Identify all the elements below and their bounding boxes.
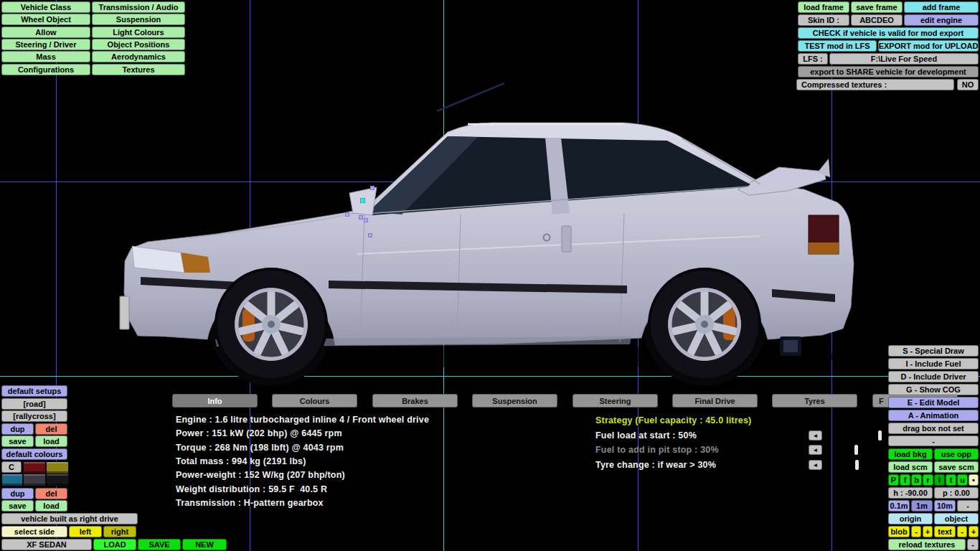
blob-button[interactable]: blob xyxy=(888,526,910,537)
fuel-pit-decrease-button[interactable]: ◄ xyxy=(809,445,822,455)
colour-swatch-olive[interactable] xyxy=(46,461,69,474)
view-p-button[interactable]: P xyxy=(888,474,899,486)
side-right-button[interactable]: right xyxy=(103,526,136,537)
view-under-button[interactable]: u xyxy=(957,474,968,486)
drag-box-status[interactable]: drag box not set xyxy=(888,423,979,434)
tyre-change-slider-handle[interactable] xyxy=(855,460,859,470)
scale-01m-button[interactable]: 0.1m xyxy=(888,500,910,512)
origin-button[interactable]: origin xyxy=(888,513,933,524)
vehicle-new-button[interactable]: NEW xyxy=(182,539,227,550)
colour-del-button[interactable]: del xyxy=(35,488,67,499)
pitch-value[interactable]: p : 0.00 xyxy=(934,487,979,499)
menu-object-positions[interactable]: Object Positions xyxy=(92,39,185,50)
vertex-marker[interactable] xyxy=(345,212,349,217)
fuel-start-slider-handle[interactable] xyxy=(878,430,882,441)
menu-steering-driver[interactable]: Steering / Driver xyxy=(1,39,90,50)
fuel-pit-slider-handle[interactable] xyxy=(854,445,858,455)
menu-vehicle-class[interactable]: Vehicle Class xyxy=(1,1,90,13)
animation-button[interactable]: A - Animation xyxy=(888,410,979,421)
save-frame-button[interactable]: save frame xyxy=(851,1,903,13)
vehicle-save-button[interactable]: SAVE xyxy=(138,539,181,550)
view-dot-button[interactable]: • xyxy=(969,474,979,486)
scale-dash-button[interactable]: - xyxy=(957,500,979,512)
menu-mass[interactable]: Mass xyxy=(1,51,90,62)
object-button[interactable]: object xyxy=(934,513,979,524)
test-mod-button[interactable]: TEST mod in LFS xyxy=(798,40,877,52)
colour-save-button[interactable]: save xyxy=(1,500,34,512)
tab-final-drive[interactable]: Final Drive xyxy=(672,394,758,408)
vehicle-load-button[interactable]: LOAD xyxy=(93,539,136,550)
tab-suspension[interactable]: Suspension xyxy=(472,394,557,408)
text-plus-button[interactable]: + xyxy=(969,526,979,537)
setup-road[interactable]: [road] xyxy=(1,398,67,410)
menu-textures[interactable]: Textures xyxy=(92,64,185,75)
include-driver-button[interactable]: D - Include Driver xyxy=(888,371,979,382)
skin-id-value[interactable]: ABCDEO xyxy=(851,14,903,26)
setup-load-button[interactable]: load xyxy=(35,435,67,447)
scale-10m-button[interactable]: 10m xyxy=(934,500,956,512)
colour-load-button[interactable]: load xyxy=(35,500,67,512)
show-cog-button[interactable]: G - Show COG xyxy=(888,384,979,395)
menu-aerodynamics[interactable]: Aerodynamics xyxy=(92,51,185,62)
lfs-path-value[interactable]: F:\Live For Speed xyxy=(829,53,979,65)
vehicle-name[interactable]: XF SEDAN xyxy=(1,539,92,550)
vertex-marker-selected[interactable] xyxy=(360,198,365,203)
tyre-change-decrease-button[interactable]: ◄ xyxy=(809,460,822,470)
view-left-button[interactable]: l xyxy=(934,474,945,486)
panel-dash-button[interactable]: - xyxy=(888,435,979,446)
use-opp-button[interactable]: use opp xyxy=(934,448,979,460)
special-draw-button[interactable]: S - Special Draw xyxy=(888,345,979,357)
tab-steering[interactable]: Steering xyxy=(573,394,658,408)
default-colours-button[interactable]: default colours xyxy=(1,448,67,460)
setup-del-button[interactable]: del xyxy=(35,423,67,435)
reload-textures-button[interactable]: reload textures xyxy=(888,539,966,550)
edit-engine-button[interactable]: edit engine xyxy=(904,14,979,26)
load-bkg-button[interactable]: load bkg xyxy=(888,448,933,460)
menu-wheel-object[interactable]: Wheel Object xyxy=(1,14,90,25)
heading-value[interactable]: h : -90.00 xyxy=(888,487,933,499)
colour-swatch-black[interactable] xyxy=(46,474,69,486)
vertex-marker[interactable] xyxy=(359,215,363,220)
setup-save-button[interactable]: save xyxy=(1,435,34,447)
save-scm-button[interactable]: save scm xyxy=(934,461,979,473)
colour-swatch-red[interactable] xyxy=(23,461,46,474)
view-back-button[interactable]: b xyxy=(911,474,922,486)
menu-configurations[interactable]: Configurations xyxy=(1,64,90,75)
tab-colours[interactable]: Colours xyxy=(272,394,357,408)
view-front-button[interactable]: f xyxy=(900,474,910,486)
vertex-marker[interactable] xyxy=(364,218,368,222)
menu-suspension[interactable]: Suspension xyxy=(92,14,185,25)
load-frame-button[interactable]: load frame xyxy=(798,1,849,13)
menu-transmission-audio[interactable]: Transmission / Audio xyxy=(92,1,185,13)
built-right-drive-button[interactable]: vehicle built as right drive xyxy=(1,513,138,524)
view-top-button[interactable]: t xyxy=(946,474,956,486)
blob-plus-button[interactable]: + xyxy=(923,526,933,537)
vertex-marker[interactable] xyxy=(368,233,372,237)
tab-brakes[interactable]: Brakes xyxy=(372,394,458,408)
colour-dup-button[interactable]: dup xyxy=(1,488,34,499)
setup-rallycross[interactable]: [rallycross] xyxy=(1,410,67,422)
colour-swatch-teal[interactable] xyxy=(1,474,23,486)
export-upload-button[interactable]: EXPORT mod for UPLOAD xyxy=(878,40,979,52)
export-share-button[interactable]: export to SHARE vehicle for development xyxy=(798,66,979,77)
reload-dash-button[interactable]: - xyxy=(967,539,979,550)
vertex-marker[interactable] xyxy=(370,186,374,190)
blob-minus-button[interactable]: - xyxy=(911,526,921,537)
edit-model-button[interactable]: E - Edit Model xyxy=(888,397,979,408)
include-fuel-button[interactable]: I - Include Fuel xyxy=(888,358,979,369)
check-valid-button[interactable]: CHECK if vehicle is valid for mod export xyxy=(798,27,979,39)
view-right-button[interactable]: r xyxy=(923,474,933,486)
menu-light-colours[interactable]: Light Colours xyxy=(92,27,185,38)
tab-info[interactable]: Info xyxy=(172,394,258,408)
colour-swatch-gray[interactable] xyxy=(23,474,46,486)
scale-1m-button[interactable]: 1m xyxy=(911,500,933,512)
tab-tyres[interactable]: Tyres xyxy=(772,394,857,408)
text-minus-button[interactable]: - xyxy=(957,526,967,537)
add-frame-button[interactable]: add frame xyxy=(904,1,979,13)
fuel-start-decrease-button[interactable]: ◄ xyxy=(809,430,822,441)
default-setups-button[interactable]: default setups xyxy=(1,385,67,397)
text-button[interactable]: text xyxy=(934,526,956,537)
side-left-button[interactable]: left xyxy=(69,526,102,537)
setup-dup-button[interactable]: dup xyxy=(1,423,34,435)
compressed-textures-toggle[interactable]: NO xyxy=(957,79,979,90)
